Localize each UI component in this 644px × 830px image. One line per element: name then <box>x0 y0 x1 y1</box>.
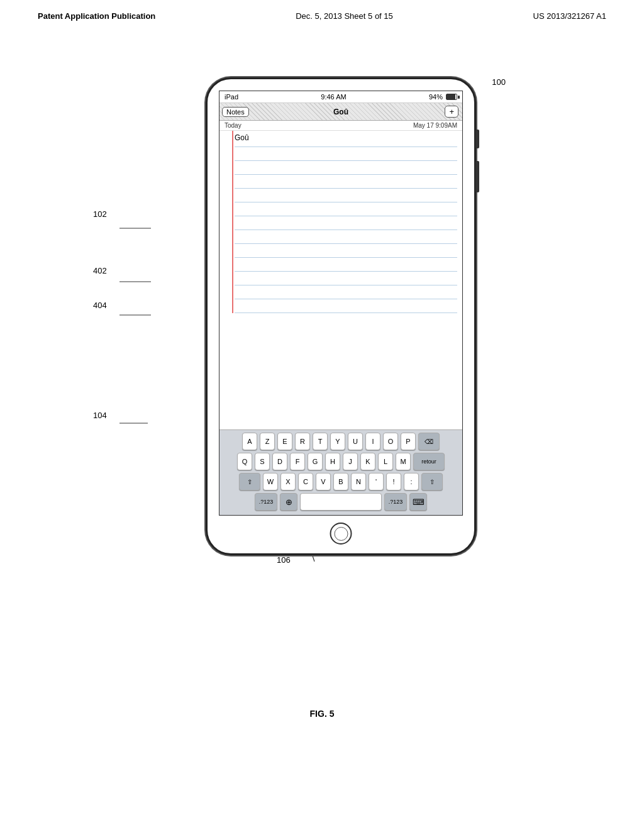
key-m[interactable]: M <box>396 453 411 470</box>
key-e[interactable]: E <box>277 433 292 450</box>
home-button[interactable] <box>330 523 352 545</box>
notes-date-left: Today <box>225 122 242 129</box>
key-n[interactable]: N <box>351 473 366 490</box>
header-date-sheet: Dec. 5, 2013 Sheet 5 of 15 <box>296 11 393 21</box>
globe-key[interactable]: ⊕ <box>280 493 297 511</box>
page-header: Patent Application Publication Dec. 5, 2… <box>0 0 644 21</box>
key-s[interactable]: S <box>255 453 270 470</box>
return-key[interactable]: retour <box>413 453 445 470</box>
key-w[interactable]: W <box>263 473 278 490</box>
ipad-device: iPad 9:46 AM 94% Notes Goû + Toda <box>206 77 476 555</box>
keyboard-row-2: Q S D F G H J K L M retour <box>221 453 460 470</box>
key-c[interactable]: C <box>298 473 313 490</box>
status-battery-area: 94% <box>429 93 457 101</box>
notes-content[interactable]: Goû <box>219 131 462 313</box>
margin-line <box>232 131 233 313</box>
ipad-screen: iPad 9:46 AM 94% Notes Goû + Toda <box>219 91 463 516</box>
key-i[interactable]: I <box>365 433 380 450</box>
battery-percent: 94% <box>429 93 443 101</box>
ref-label-402: 402 <box>93 266 107 275</box>
backspace-key[interactable]: ⌫ <box>418 433 440 450</box>
ipad-side-button-mid <box>475 161 479 192</box>
notes-line-8 <box>235 230 457 244</box>
key-o[interactable]: O <box>383 433 398 450</box>
space-key[interactable] <box>300 493 382 511</box>
key-v[interactable]: V <box>316 473 331 490</box>
key-y[interactable]: Y <box>330 433 345 450</box>
notes-line-4 <box>235 175 457 189</box>
header-patent-number: US 2013/321267 A1 <box>533 11 606 21</box>
notes-line-5 <box>235 189 457 202</box>
ref-label-102: 102 <box>93 209 107 219</box>
notes-line-13 <box>235 299 457 313</box>
notes-line-10 <box>235 258 457 272</box>
key-apostrophe[interactable]: ' <box>369 473 384 490</box>
key-d[interactable]: D <box>272 453 287 470</box>
key-z[interactable]: Z <box>260 433 275 450</box>
key-exclaim[interactable]: ! <box>386 473 401 490</box>
key-h[interactable]: H <box>325 453 340 470</box>
notes-line-1 <box>235 133 457 147</box>
home-button-inner <box>334 527 348 541</box>
key-t[interactable]: T <box>313 433 328 450</box>
key-j[interactable]: J <box>343 453 358 470</box>
keyboard-row-3: ⇧ W X C V B N ' ! : ⇧ <box>221 473 460 490</box>
battery-fill <box>447 94 455 99</box>
key-p[interactable]: P <box>401 433 416 450</box>
nav-title: Goû <box>333 108 348 116</box>
nav-bar: Notes Goû + <box>219 103 462 121</box>
symbols-right-key[interactable]: .?123 <box>384 493 407 511</box>
symbols-left-key[interactable]: .?123 <box>255 493 277 511</box>
notes-date-row: Today May 17 9:09AM <box>219 121 462 131</box>
key-f[interactable]: F <box>290 453 305 470</box>
diagram-area: 100 102 402 404 104 106 iPad 9:46 AM 94% <box>0 21 644 744</box>
key-l[interactable]: L <box>378 453 393 470</box>
notes-line-7 <box>235 216 457 230</box>
notes-line-11 <box>235 272 457 285</box>
keyboard-row-4: .?123 ⊕ .?123 ⌨ <box>221 493 460 511</box>
header-publication-label: Patent Application Publication <box>38 11 155 21</box>
key-k[interactable]: K <box>360 453 375 470</box>
plus-button[interactable]: + <box>445 106 458 118</box>
keyboard: A Z E R T Y U I O P ⌫ Q S D F <box>219 429 462 515</box>
ref-label-100: 100 <box>492 77 506 87</box>
figure-label: FIG. 5 <box>310 709 335 719</box>
notes-line-3 <box>235 161 457 175</box>
key-q[interactable]: Q <box>237 453 252 470</box>
notes-area: Today May 17 9:09AM Goû <box>219 121 462 313</box>
keyboard-hide-key[interactable]: ⌨ <box>409 493 427 511</box>
key-x[interactable]: X <box>280 473 296 490</box>
notes-line-9 <box>235 244 457 258</box>
ref-label-106: 106 <box>277 555 291 565</box>
ref-label-104: 104 <box>93 411 107 420</box>
ref-label-404: 404 <box>93 301 107 310</box>
key-u[interactable]: U <box>348 433 363 450</box>
keyboard-row-1: A Z E R T Y U I O P ⌫ <box>221 433 460 450</box>
status-time: 9:46 AM <box>321 93 346 101</box>
battery-icon <box>446 94 457 100</box>
key-colon[interactable]: : <box>404 473 419 490</box>
notes-line-2 <box>235 147 457 161</box>
notes-button[interactable]: Notes <box>222 107 249 117</box>
status-carrier: iPad <box>225 93 238 101</box>
shift-left-key[interactable]: ⇧ <box>239 473 260 490</box>
shift-right-key[interactable]: ⇧ <box>421 473 443 490</box>
key-g[interactable]: G <box>308 453 323 470</box>
notes-line-6 <box>235 202 457 216</box>
notes-date-right: May 17 9:09AM <box>413 122 457 129</box>
key-r[interactable]: R <box>295 433 310 450</box>
status-bar: iPad 9:46 AM 94% <box>219 91 462 103</box>
key-b[interactable]: B <box>333 473 348 490</box>
ipad-side-button-top <box>475 130 479 148</box>
notes-line-12 <box>235 285 457 299</box>
key-a[interactable]: A <box>242 433 257 450</box>
